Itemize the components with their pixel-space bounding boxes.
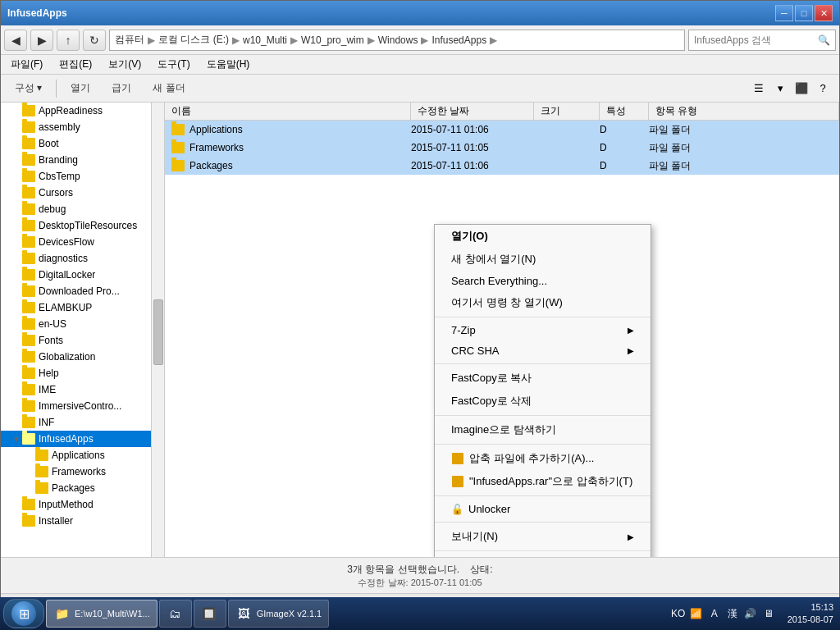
sidebar-item-globalization[interactable]: Globalization bbox=[1, 349, 164, 365]
table-row[interactable]: Applications 2015-07-11 01:06 D 파일 폴더 bbox=[165, 121, 839, 139]
search-input[interactable] bbox=[694, 34, 818, 46]
taskbar-icon-2: 🗂 bbox=[167, 605, 183, 622]
sidebar-item-devicesflow[interactable]: DevicesFlow bbox=[1, 234, 164, 250]
sidebar-item-appreadiness[interactable]: AppReadiness bbox=[1, 103, 164, 119]
col-header-size[interactable]: 크기 bbox=[534, 103, 600, 120]
context-menu-item[interactable]: "InfusedApps.rar"으로 압축하기(T) bbox=[435, 470, 651, 493]
taskbar-explorer-button[interactable]: 📁 E:\w10_Multi\W1... bbox=[46, 600, 158, 628]
sidebar-item-downloadedpro[interactable]: Downloaded Pro... bbox=[1, 283, 164, 299]
sidebar-item-cursors[interactable]: Cursors bbox=[1, 185, 164, 201]
menu-file[interactable]: 파일(F) bbox=[7, 56, 46, 73]
close-button[interactable]: ✕ bbox=[815, 5, 833, 21]
table-row[interactable]: Packages 2015-07-11 01:06 D 파일 폴더 bbox=[165, 157, 839, 175]
sidebar-item-immersivecontro[interactable]: ImmersiveContro... bbox=[1, 398, 164, 414]
search-box[interactable]: 🔍 bbox=[688, 30, 836, 51]
context-menu-item[interactable]: 🔓Unlocker bbox=[435, 499, 651, 519]
menu-edit[interactable]: 편집(E) bbox=[56, 56, 95, 73]
maximize-button[interactable]: □ bbox=[795, 5, 813, 21]
sidebar-item-infusedapps[interactable]: ▼InfusedApps bbox=[1, 431, 164, 447]
details-view-button[interactable]: ☰ bbox=[749, 79, 769, 98]
taskbar: ⊞ 📁 E:\w10_Multi\W1... 🗂 🔲 🖼 GImageX v2.… bbox=[0, 597, 840, 630]
tree-item-label: Globalization bbox=[39, 351, 95, 363]
col-header-name[interactable]: 이름 bbox=[165, 103, 411, 120]
table-row[interactable]: Frameworks 2015-07-11 01:05 D 파일 폴더 bbox=[165, 139, 839, 157]
context-menu-item[interactable]: Search Everything... bbox=[435, 271, 651, 291]
col-header-type[interactable]: 항목 유형 bbox=[649, 103, 839, 120]
sidebar-item-diagnostics[interactable]: diagnostics bbox=[1, 250, 164, 267]
new-folder-button[interactable]: 새 폴더 bbox=[145, 78, 192, 98]
menu-tools[interactable]: 도구(T) bbox=[154, 56, 193, 73]
menu-help[interactable]: 도움말(H) bbox=[203, 56, 253, 73]
context-menu-item-label: 열기(O) bbox=[451, 229, 488, 244]
folder-icon bbox=[22, 105, 35, 116]
tray-icon-2: 🖥 bbox=[761, 606, 776, 621]
sidebar-item-ime[interactable]: IME bbox=[1, 381, 164, 398]
view-dropdown-button[interactable]: ▾ bbox=[770, 79, 790, 98]
sidebar-item-installer[interactable]: Installer bbox=[1, 513, 164, 529]
sidebar-item-enus[interactable]: en-US bbox=[1, 316, 164, 332]
tree-item-label: ImmersiveContro... bbox=[39, 400, 121, 412]
sidebar-item-frameworks[interactable]: Frameworks bbox=[1, 463, 164, 480]
menu-view[interactable]: 보기(V) bbox=[105, 56, 144, 73]
tree-item-label: DevicesFlow bbox=[39, 236, 94, 248]
context-menu-item[interactable]: CRC SHA▶ bbox=[435, 340, 651, 361]
path-w10pro: W10_pro_wim bbox=[301, 34, 364, 46]
context-menu-item[interactable]: 7-Zip▶ bbox=[435, 320, 651, 340]
sidebar-item-debug[interactable]: debug bbox=[1, 201, 164, 217]
folder-icon bbox=[22, 269, 35, 281]
address-path: 컴퓨터 ▶ 로컬 디스크 (E:) ▶ w10_Multi ▶ W10_pro_… bbox=[115, 33, 499, 47]
sidebar-item-applications[interactable]: Applications bbox=[1, 447, 164, 463]
context-menu-separator bbox=[435, 550, 651, 551]
context-menu-item[interactable]: 잘라내기(T) bbox=[435, 554, 651, 557]
address-box[interactable]: 컴퓨터 ▶ 로컬 디스크 (E:) ▶ w10_Multi ▶ W10_pro_… bbox=[109, 30, 685, 51]
sidebar-item-boot[interactable]: Boot bbox=[1, 135, 164, 152]
sidebar-scrollbar-track[interactable] bbox=[151, 103, 164, 557]
context-menu-item[interactable]: FastCopy로 복사 bbox=[435, 367, 651, 390]
sidebar-item-assembly[interactable]: assembly bbox=[1, 119, 164, 135]
up-button[interactable]: ↑ bbox=[57, 30, 80, 51]
minimize-button[interactable]: ─ bbox=[775, 5, 793, 21]
sidebar-item-digitallocker[interactable]: DigitalLocker bbox=[1, 267, 164, 283]
tree-item-label: ELAMBKUP bbox=[39, 302, 92, 313]
context-menu-item[interactable]: FastCopy로 삭제 bbox=[435, 390, 651, 413]
forward-button[interactable]: ▶ bbox=[30, 30, 53, 51]
pane-toggle-button[interactable]: ⬛ bbox=[792, 79, 811, 98]
sidebar-item-cbstemp[interactable]: CbsTemp bbox=[1, 168, 164, 185]
sidebar-item-fonts[interactable]: Fonts bbox=[1, 332, 164, 349]
close-button-toolbar[interactable]: 급기 bbox=[104, 78, 139, 98]
windows-logo: ⊞ bbox=[19, 606, 30, 622]
sidebar-item-packages[interactable]: Packages bbox=[1, 480, 164, 496]
context-menu-item[interactable]: 새 창에서 열기(N) bbox=[435, 248, 651, 271]
taskbar-btn-2[interactable]: 🗂 bbox=[159, 600, 192, 628]
col-header-modified[interactable]: 수정한 날짜 bbox=[411, 103, 534, 120]
taskbar-gimagex-button[interactable]: 🖼 GImageX v2.1.1 bbox=[228, 600, 330, 628]
context-menu-item[interactable]: 보내기(N)▶ bbox=[435, 525, 651, 548]
help-button[interactable]: ? bbox=[813, 79, 833, 98]
context-menu-item[interactable]: 열기(O) bbox=[435, 225, 651, 248]
sidebar-item-desktoptileresources[interactable]: DesktopTileResources bbox=[1, 217, 164, 234]
taskbar-explorer-label: E:\w10_Multi\W1... bbox=[75, 609, 150, 619]
refresh-button[interactable]: ↻ bbox=[83, 30, 106, 51]
context-menu-item-label: Imagine으로 탐색하기 bbox=[451, 422, 556, 437]
sidebar-item-inputmethod[interactable]: InputMethod bbox=[1, 496, 164, 513]
sidebar-item-branding[interactable]: Branding bbox=[1, 152, 164, 168]
sidebar-item-help[interactable]: Help bbox=[1, 365, 164, 381]
folder-icon bbox=[171, 160, 185, 171]
context-menu-item[interactable]: 여기서 명령 창 열기(W) bbox=[435, 291, 651, 314]
back-button[interactable]: ◀ bbox=[4, 30, 27, 51]
sidebar-scrollbar-thumb[interactable] bbox=[153, 299, 163, 365]
sidebar-item-elambkup[interactable]: ELAMBKUP bbox=[1, 299, 164, 316]
col-header-attr[interactable]: 특성 bbox=[600, 103, 649, 120]
context-menu-item-label: 여기서 명령 창 열기(W) bbox=[451, 295, 563, 310]
start-button[interactable]: ⊞ bbox=[3, 599, 44, 628]
submenu-arrow-icon: ▶ bbox=[628, 532, 634, 541]
toolbar-separator-1 bbox=[56, 80, 57, 98]
taskbar-btn-3[interactable]: 🔲 bbox=[194, 600, 226, 628]
clock-time: 15:13 bbox=[788, 601, 833, 614]
context-menu-item[interactable]: Imagine으로 탐색하기 bbox=[435, 418, 651, 441]
sidebar-item-inf[interactable]: INF bbox=[1, 414, 164, 431]
context-menu-item[interactable]: 압축 파일에 추가하기(A)... bbox=[435, 447, 651, 470]
tree-item-label: AppReadiness bbox=[39, 105, 103, 116]
open-button[interactable]: 열기 bbox=[63, 78, 98, 98]
organize-button[interactable]: 구성 ▾ bbox=[7, 78, 49, 98]
